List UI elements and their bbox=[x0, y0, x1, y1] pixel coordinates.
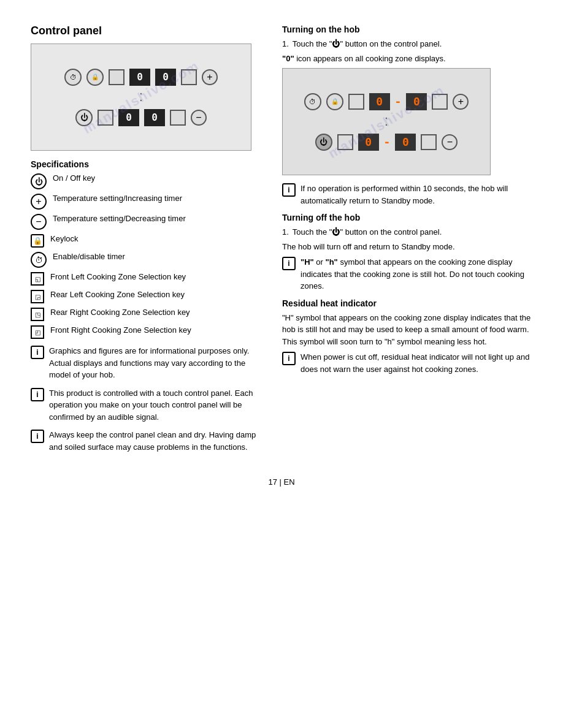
info-text-standby: If no operation is performed within 10 s… bbox=[301, 183, 532, 207]
hob-clock-icon: ⏱ bbox=[304, 93, 321, 110]
info-box-2: i This product is controlled with a touc… bbox=[31, 387, 264, 423]
spec-row-zone-rr: ◳ Rear Right Cooking Zone Selection key bbox=[31, 307, 264, 321]
cp-clock-icon: ⏱ bbox=[64, 69, 82, 86]
spec-icon-power: ⏻ bbox=[31, 173, 47, 189]
hob-zone-rr bbox=[421, 134, 437, 150]
info-text-2: This product is controlled with a touch … bbox=[49, 387, 264, 423]
turning-on-title: Turning on the hob bbox=[282, 25, 532, 34]
spec-text-plus: Temperature setting/Increasing timer bbox=[53, 193, 264, 204]
residual-title: Residual heat indicator bbox=[282, 298, 532, 308]
hob-power-icon: ⏻ bbox=[315, 134, 332, 151]
info-icon-2: i bbox=[31, 388, 44, 401]
cp-power-icon: ⏻ bbox=[75, 109, 93, 126]
page-footer: 17 | EN bbox=[31, 477, 532, 487]
spec-text-timer: Enable/disable timer bbox=[53, 251, 264, 262]
info-text-3: Always keep the control panel clean and … bbox=[49, 429, 264, 453]
hob-minus-btn[interactable]: − bbox=[442, 134, 458, 150]
info-text-residual: When power is cut off, residual heat ind… bbox=[301, 351, 532, 375]
hob-display2: 0 bbox=[406, 93, 427, 110]
hob-display1: 0 bbox=[369, 93, 390, 110]
spec-icon-timer: ⏱ bbox=[31, 252, 47, 268]
hob-zone-rl bbox=[337, 134, 353, 150]
info-icon-hot: i bbox=[282, 257, 296, 270]
spec-row-minus: − Temperature setting/Decreasing timer bbox=[31, 213, 264, 230]
spec-row-zone-fl: ◱ Front Left Cooking Zone Selection key bbox=[31, 271, 264, 286]
hob-lock-icon: 🔒 bbox=[326, 93, 343, 110]
cp-zone-fl bbox=[109, 69, 124, 85]
spec-icon-plus: + bbox=[31, 194, 47, 210]
spec-row-plus: + Temperature setting/Increasing timer bbox=[31, 193, 264, 210]
info-text-hot: "H" or "h" symbol that appears on the co… bbox=[301, 256, 532, 292]
info-box-standby: i If no operation is performed within 10… bbox=[282, 183, 532, 207]
cp-display4: 0 bbox=[144, 109, 165, 126]
spec-icon-zone-rl: ◲ bbox=[31, 290, 44, 303]
spec-row-zone-fr: ◰ Front Right Cooking Zone Selection key bbox=[31, 325, 264, 339]
spec-text-lock: Keylock bbox=[50, 233, 264, 245]
info-icon-residual: i bbox=[282, 352, 296, 365]
spec-text-zone-fr: Front Right Cooking Zone Selection key bbox=[50, 325, 264, 336]
info-icon-3: i bbox=[31, 430, 44, 443]
hob-display3: 0 bbox=[358, 134, 379, 151]
hob-zone-fl bbox=[348, 94, 364, 110]
turning-on-note: "0" icon appears on all cooking zone dis… bbox=[282, 53, 532, 65]
step-num-off: 1. bbox=[282, 226, 289, 238]
turning-off-note: The hob will turn off and return to Stan… bbox=[282, 241, 532, 253]
spec-text-zone-rr: Rear Right Cooking Zone Selection key bbox=[50, 307, 264, 318]
spec-text-minus: Temperature setting/Decreasing timer bbox=[53, 213, 264, 224]
hob-zone-fr bbox=[432, 94, 448, 110]
cp-display2: 0 bbox=[155, 69, 176, 86]
info-text-1: Graphics and figures are for information… bbox=[49, 345, 264, 381]
spec-icon-lock: 🔒 bbox=[31, 234, 44, 248]
step-num-on: 1. bbox=[282, 38, 289, 50]
hob-on-image: ⏱ 🔒 0 - 0 + ⁚ ⏻ 0 - 0 − m bbox=[282, 68, 491, 175]
hob-dots: ⁚ bbox=[385, 115, 388, 129]
spec-row-lock: 🔒 Keylock bbox=[31, 233, 264, 248]
spec-icon-zone-rr: ◳ bbox=[31, 308, 44, 321]
spec-row-power: ⏻ On / Off key bbox=[31, 173, 264, 189]
hob-display4: 0 bbox=[395, 134, 416, 151]
specifications-title: Specifications bbox=[31, 159, 264, 169]
cp-display1: 0 bbox=[129, 69, 150, 86]
spec-row-zone-rl: ◲ Rear Left Cooking Zone Selection key bbox=[31, 289, 264, 303]
cp-zone-rl bbox=[98, 110, 113, 126]
turning-off-step1: 1. Touch the "⏻" button on the control p… bbox=[282, 226, 532, 238]
hob-dash: - bbox=[395, 95, 402, 108]
spec-text-power: On / Off key bbox=[53, 173, 264, 184]
page-number: 17 | EN bbox=[268, 477, 294, 487]
spec-icon-minus: − bbox=[31, 214, 47, 230]
spec-icon-zone-fl: ◱ bbox=[31, 272, 44, 286]
info-box-1: i Graphics and figures are for informati… bbox=[31, 345, 264, 381]
hob-dash2: - bbox=[384, 135, 391, 148]
step-text-on: Touch the "⏻" button on the control pane… bbox=[293, 38, 442, 50]
left-title: Control panel bbox=[31, 25, 264, 37]
specifications-list: ⏻ On / Off key + Temperature setting/Inc… bbox=[31, 173, 264, 339]
info-box-hot: i "H" or "h" symbol that appears on the … bbox=[282, 256, 532, 292]
cp-plus-btn[interactable]: + bbox=[202, 69, 218, 85]
spec-icon-zone-fr: ◰ bbox=[31, 325, 44, 339]
info-box-residual: i When power is cut off, residual heat i… bbox=[282, 351, 532, 375]
cp-display3: 0 bbox=[118, 109, 139, 126]
spec-row-timer: ⏱ Enable/disable timer bbox=[31, 251, 264, 268]
step-text-off: Touch the "⏻" button on the control pane… bbox=[293, 226, 442, 238]
cp-zone-rr bbox=[170, 110, 186, 126]
turning-off-title: Turning off the hob bbox=[282, 213, 532, 222]
control-panel-image: ⏱ 🔒 0 0 + ⁚ ⏻ 0 0 − manuals bbox=[31, 44, 251, 151]
info-icon-1: i bbox=[31, 346, 44, 359]
hob-plus-btn[interactable]: + bbox=[453, 94, 469, 110]
spec-text-zone-rl: Rear Left Cooking Zone Selection key bbox=[50, 289, 264, 300]
cp-minus-btn[interactable]: − bbox=[191, 110, 207, 126]
info-box-3: i Always keep the control panel clean an… bbox=[31, 429, 264, 453]
info-icon-standby: i bbox=[282, 183, 296, 197]
spec-text-zone-fl: Front Left Cooking Zone Selection key bbox=[50, 271, 264, 282]
residual-text1: "H" symbol that appears on the cooking z… bbox=[282, 312, 532, 348]
cp-dots: ⁚ bbox=[139, 91, 143, 104]
cp-zone-fr bbox=[181, 69, 197, 85]
turning-on-step1: 1. Touch the "⏻" button on the control p… bbox=[282, 38, 532, 50]
cp-lock-icon: 🔒 bbox=[86, 69, 104, 86]
